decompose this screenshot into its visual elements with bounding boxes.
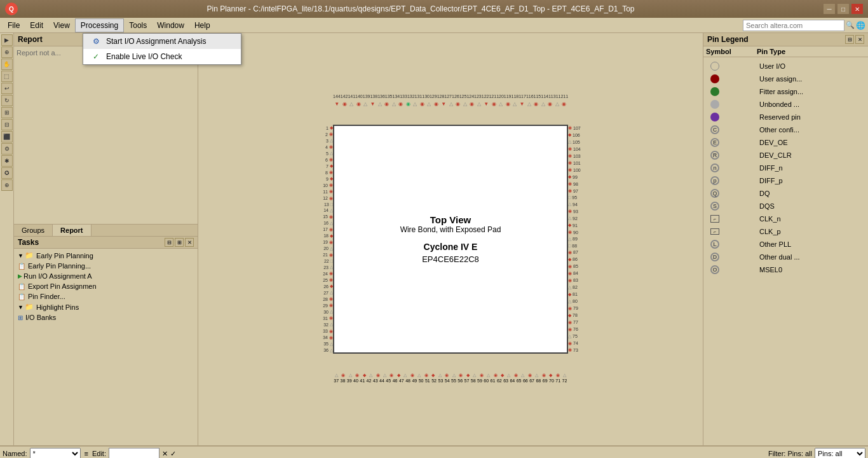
- menu-bar: File Edit View Processing Tools Window H…: [0, 18, 868, 33]
- early-pin-planning-label: Early Pin Planning: [36, 252, 93, 260]
- menu-window[interactable]: Window: [152, 18, 189, 32]
- legend-config-icon[interactable]: ⊟: [845, 35, 854, 44]
- legend-header-icons: ⊟ ✕: [845, 35, 864, 44]
- menu-edit[interactable]: Edit: [25, 18, 48, 32]
- menu-file[interactable]: File: [3, 18, 25, 32]
- legend-user-io: User I/O: [706, 60, 865, 73]
- run-io-label: Run I/O Assignment A: [24, 272, 92, 280]
- analysis-icon: ⚙: [91, 36, 101, 46]
- other-dual-symbol: D: [710, 253, 719, 261]
- dq-label: DQ: [759, 190, 863, 197]
- chip-family-label: Cyclone IV E: [424, 242, 478, 252]
- app-logo: Q: [5, 3, 18, 15]
- menu-view[interactable]: View: [48, 18, 75, 32]
- dev-oe-symbol: E: [710, 138, 719, 147]
- legend-dqs: S DQS: [706, 200, 865, 212]
- export-pin-label: Export Pin Assignmen: [28, 282, 97, 290]
- menu-processing[interactable]: Processing: [75, 18, 124, 32]
- circle-tool[interactable]: ✪: [1, 167, 13, 179]
- legend-fitter-assign: Fitter assign...: [706, 85, 865, 98]
- user-assign-label: User assign...: [759, 75, 863, 83]
- legend-dq: Q DQ: [706, 187, 865, 200]
- folder-icon: 📁: [25, 251, 34, 260]
- chip-diagram: 144142141140139 138136135134133 13213113…: [298, 93, 603, 385]
- legend-other-pll: L Other PLL: [706, 238, 865, 251]
- edit-input[interactable]: [109, 448, 159, 458]
- tree-highlight-pins[interactable]: ▼ 📁 Highlight Pins: [15, 302, 196, 312]
- named-label: Named:: [3, 450, 27, 457]
- block-tool[interactable]: ⬛: [1, 131, 13, 142]
- menu-tools[interactable]: Tools: [124, 18, 152, 32]
- tasks-expand-icon[interactable]: ⊟: [165, 238, 173, 247]
- main-layout: ▶ ⊕ ✋ ⬚ ↩ ↻ ⊞ ⊟ ⬛ ⚙ ✱ ✪ ⊕ Report Report …: [0, 33, 868, 445]
- dqs-symbol: S: [710, 202, 719, 211]
- tasks-close-icon[interactable]: ✕: [185, 238, 194, 247]
- legend-other-config: C Other confi...: [706, 123, 865, 136]
- dev-clr-symbol: R: [710, 151, 719, 160]
- tree-export-pin[interactable]: 📋 Export Pin Assignmen: [15, 281, 196, 291]
- msel0-symbol: O: [710, 265, 719, 274]
- legend-col-type: Pin Type: [757, 48, 865, 55]
- clk-n-symbol: ⌐: [710, 215, 719, 223]
- chip-canvas[interactable]: 144142141140139 138136135134133 13213113…: [198, 33, 703, 445]
- search-input[interactable]: [743, 20, 844, 31]
- other-config-label: Other confi...: [759, 126, 863, 134]
- edit-cancel-icon[interactable]: ✕: [162, 450, 168, 458]
- edit-confirm-icon[interactable]: ✓: [170, 450, 176, 458]
- other-dual-label: Other dual ...: [759, 253, 863, 261]
- diff-p-label: DIFF_p: [759, 177, 863, 184]
- tree-run-io[interactable]: ▶ Run I/O Assignment A: [15, 271, 196, 281]
- unbonded-symbol: [710, 100, 719, 109]
- left-panel: Report Report not a... Groups Report Tas…: [14, 33, 198, 445]
- left-toolbar: ▶ ⊕ ✋ ⬚ ↩ ↻ ⊞ ⊟ ⬛ ⚙ ✱ ✪ ⊕: [0, 33, 14, 445]
- settings-tool[interactable]: ⚙: [1, 143, 13, 155]
- legend-close-icon[interactable]: ✕: [855, 35, 864, 44]
- select-rect-tool[interactable]: ⬚: [1, 71, 13, 82]
- legend-title: Pin Legend: [707, 35, 749, 44]
- enable-live-io-item[interactable]: ✓ Enable Live I/O Check: [83, 49, 241, 64]
- processing-dropdown: ⚙ Start I/O Assignment Analysis ✓ Enable…: [83, 33, 241, 65]
- tree-early-pin-planning[interactable]: ▼ 📁 Early Pin Planning: [15, 250, 196, 261]
- filter-select[interactable]: Pins: all: [815, 448, 865, 458]
- start-io-analysis-item[interactable]: ⚙ Start I/O Assignment Analysis: [83, 34, 241, 49]
- zoom-in-tool[interactable]: ⊕: [1, 46, 13, 58]
- legend-dev-clr: R DEV_CLR: [706, 149, 865, 162]
- other-config-symbol: C: [710, 125, 719, 134]
- filter-label: Filter: Pins: all: [768, 450, 812, 457]
- finder-icon: 📋: [18, 293, 25, 300]
- clk-p-label: CLK_p: [759, 228, 863, 235]
- remove-tool[interactable]: ⊟: [1, 119, 13, 130]
- legend-user-assign: User assign...: [706, 73, 865, 85]
- menu-help[interactable]: Help: [189, 18, 215, 32]
- tasks-config-icon[interactable]: ⊞: [175, 238, 184, 247]
- highlight-pins-label: Highlight Pins: [36, 303, 79, 311]
- maximize-button[interactable]: □: [837, 4, 849, 14]
- tree-pin-finder[interactable]: 📋 Pin Finder...: [15, 291, 196, 302]
- legend-dev-oe: E DEV_OE: [706, 136, 865, 149]
- minimize-button[interactable]: ─: [824, 4, 835, 14]
- msel0-label: MSEL0: [759, 266, 863, 274]
- user-io-label: User I/O: [759, 62, 863, 70]
- legend-diff-p: p DIFF_p: [706, 174, 865, 187]
- report-tabs: Groups Report: [14, 224, 198, 236]
- tree-early-pin-planning-sub[interactable]: 📋 Early Pin Planning...: [15, 261, 196, 271]
- tree-io-banks[interactable]: ⊞ I/O Banks: [15, 312, 196, 323]
- edit-filter-icon: ≡: [85, 450, 88, 457]
- tasks-tree: ▼ 📁 Early Pin Planning 📋 Early Pin Plann…: [14, 249, 198, 445]
- chip-die: Top View Wire Bond, with Exposed Pad Cyc…: [333, 125, 568, 354]
- select-tool[interactable]: ▶: [1, 34, 13, 46]
- star-tool[interactable]: ✱: [1, 155, 13, 167]
- tab-report[interactable]: Report: [53, 225, 91, 236]
- tasks-header: Tasks ⊟ ⊞ ✕: [14, 237, 198, 249]
- user-assign-symbol: [710, 74, 719, 83]
- unbonded-label: Unbonded ...: [759, 101, 863, 108]
- close-button[interactable]: ✕: [851, 4, 863, 14]
- other-pll-symbol: L: [710, 240, 719, 249]
- redo-tool[interactable]: ↻: [1, 95, 13, 106]
- named-select[interactable]: *: [30, 448, 81, 458]
- tab-groups[interactable]: Groups: [14, 225, 53, 236]
- undo-tool[interactable]: ↩: [1, 83, 13, 94]
- pan-tool[interactable]: ✋: [1, 59, 13, 70]
- add-tool[interactable]: ⊞: [1, 107, 13, 118]
- plus-tool[interactable]: ⊕: [1, 179, 13, 191]
